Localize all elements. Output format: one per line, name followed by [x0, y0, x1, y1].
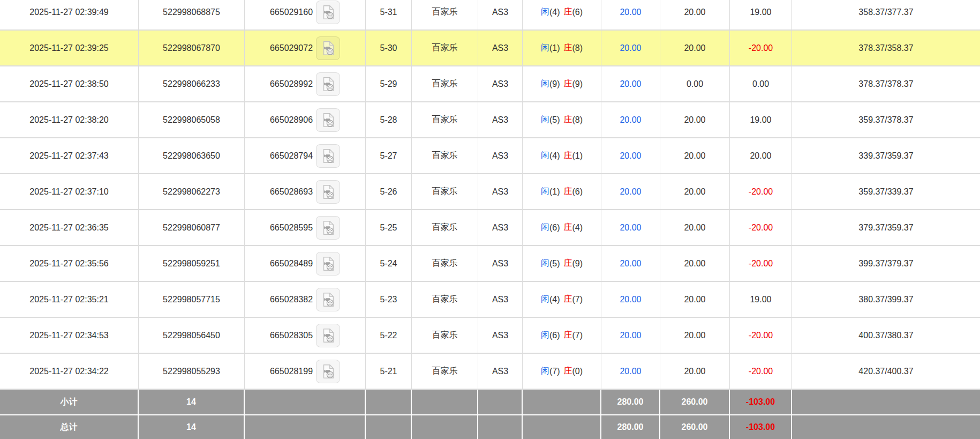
cell-bet-id: 522998068875 — [139, 0, 245, 29]
cell-game-type: 百家乐 — [412, 354, 478, 389]
video-replay-button[interactable] — [316, 108, 340, 132]
cell-round-no: 5-26 — [366, 174, 412, 209]
cell-game-type: 百家乐 — [412, 174, 478, 209]
cell-time: 2025-11-27 02:35:21 — [0, 282, 139, 317]
result-banker-label: 庄 — [564, 150, 572, 161]
table-row[interactable]: 2025-11-27 02:35:21 522998057715 6650283… — [0, 282, 980, 318]
table-row[interactable]: 2025-11-27 02:37:43 522998063650 6650287… — [0, 138, 980, 174]
cell-round-no: 5-21 — [366, 354, 412, 389]
cell-game-type: 百家乐 — [412, 282, 478, 317]
summary-row: 小计 14 280.00 260.00 -103.00 — [0, 390, 980, 414]
video-replay-button[interactable] — [316, 288, 340, 311]
result-player-label: 闲 — [541, 150, 549, 161]
cell-bet-amount[interactable]: 20.00 — [601, 0, 660, 29]
cell-game-type: 百家乐 — [412, 318, 478, 353]
cell-bet-amount[interactable]: 20.00 — [601, 354, 660, 389]
table-row[interactable]: 2025-11-27 02:38:50 522998066233 6650289… — [0, 66, 980, 102]
table-row[interactable]: 2025-11-27 02:39:49 522998068875 6650291… — [0, 0, 980, 31]
result-banker-score: (6) — [572, 187, 583, 197]
cell-win-loss: -20.00 — [730, 174, 792, 209]
cell-round-no: 5-29 — [366, 66, 412, 101]
cell-bet-amount[interactable]: 20.00 — [601, 66, 660, 101]
cell-table-name: AS3 — [478, 210, 523, 245]
video-replay-button[interactable] — [316, 144, 340, 168]
cell-valid-amount: 20.00 — [660, 174, 730, 209]
result-banker-label: 庄 — [564, 222, 572, 233]
table-row[interactable]: 2025-11-27 02:35:56 522998059251 6650284… — [0, 246, 980, 282]
summary-empty-cell — [523, 415, 601, 439]
video-replay-button[interactable] — [316, 180, 340, 204]
cell-bet-amount[interactable]: 20.00 — [601, 174, 660, 209]
cell-bet-amount[interactable]: 20.00 — [601, 318, 660, 353]
table-row[interactable]: 2025-11-27 02:37:10 522998062273 6650286… — [0, 174, 980, 210]
cell-table-name: AS3 — [478, 66, 523, 101]
result-banker-score: (1) — [572, 151, 583, 161]
cell-table-name: AS3 — [478, 282, 523, 317]
cell-time: 2025-11-27 02:38:50 — [0, 66, 139, 101]
result-player-label: 闲 — [541, 78, 549, 90]
cell-balance: 339.37/359.37 — [792, 138, 980, 173]
cell-result: 闲(7)庄(0) — [523, 354, 601, 389]
cell-game-type: 百家乐 — [412, 138, 478, 173]
summary-count: 14 — [139, 390, 245, 414]
cell-bet-id: 522998066233 — [139, 66, 245, 101]
cell-bet-amount[interactable]: 20.00 — [601, 210, 660, 245]
video-replay-icon — [320, 40, 336, 57]
cell-bet-amount[interactable]: 20.00 — [601, 138, 660, 173]
cell-bet-amount[interactable]: 20.00 — [601, 282, 660, 317]
cell-result: 闲(5)庄(8) — [523, 102, 601, 137]
cell-time: 2025-11-27 02:39:49 — [0, 0, 139, 29]
cell-time: 2025-11-27 02:34:22 — [0, 354, 139, 389]
result-banker-label: 庄 — [564, 42, 572, 54]
video-replay-button[interactable] — [316, 360, 340, 383]
video-replay-button[interactable] — [316, 1, 340, 24]
cell-round-no: 5-30 — [366, 31, 412, 65]
cell-round-id: 665028489 — [245, 246, 366, 281]
cell-table-name: AS3 — [478, 138, 523, 173]
video-replay-button[interactable] — [316, 324, 340, 347]
summary-label: 小计 — [0, 390, 139, 414]
result-banker-score: (7) — [572, 295, 583, 304]
cell-balance: 380.37/399.37 — [792, 282, 980, 317]
summary-empty-cell — [366, 415, 412, 439]
result-banker-label: 庄 — [564, 294, 572, 305]
result-player-label: 闲 — [541, 186, 549, 197]
video-replay-icon — [320, 4, 336, 21]
table-row[interactable]: 2025-11-27 02:36:35 522998060877 6650285… — [0, 210, 980, 246]
table-row[interactable]: 2025-11-27 02:34:22 522998055293 6650281… — [0, 354, 980, 390]
result-banker-score: (0) — [572, 367, 583, 376]
round-id-text: 665028693 — [270, 187, 313, 197]
video-replay-icon — [320, 76, 336, 93]
cell-round-id: 665028693 — [245, 174, 366, 209]
video-replay-icon — [320, 183, 336, 200]
summary-empty-cell — [523, 390, 601, 414]
video-replay-button[interactable] — [316, 216, 340, 240]
video-replay-button[interactable] — [316, 72, 340, 96]
round-id-text: 665028992 — [270, 79, 313, 89]
cell-bet-amount[interactable]: 20.00 — [601, 31, 660, 65]
cell-bet-amount[interactable]: 20.00 — [601, 102, 660, 137]
summary-valid-total: 260.00 — [660, 390, 730, 414]
table-row[interactable]: 2025-11-27 02:39:25 522998067870 6650290… — [0, 31, 980, 66]
summary-empty-cell — [412, 415, 478, 439]
summary-count: 14 — [139, 415, 245, 439]
cell-round-id: 665028992 — [245, 66, 366, 101]
table-row[interactable]: 2025-11-27 02:38:20 522998065058 6650289… — [0, 102, 980, 138]
cell-table-name: AS3 — [478, 31, 523, 65]
cell-bet-amount[interactable]: 20.00 — [601, 246, 660, 281]
cell-win-loss: -20.00 — [730, 354, 792, 389]
result-banker-score: (9) — [572, 79, 583, 89]
cell-bet-id: 522998067870 — [139, 31, 245, 65]
result-banker-score: (8) — [572, 115, 583, 125]
video-replay-button[interactable] — [316, 252, 340, 276]
round-id-text: 665028489 — [270, 259, 313, 269]
result-banker-label: 庄 — [564, 366, 572, 377]
video-replay-button[interactable] — [316, 36, 340, 60]
cell-balance: 359.37/378.37 — [792, 102, 980, 137]
cell-balance: 379.37/359.37 — [792, 210, 980, 245]
cell-round-no: 5-24 — [366, 246, 412, 281]
table-row[interactable]: 2025-11-27 02:34:53 522998056450 6650283… — [0, 318, 980, 354]
cell-bet-id: 522998056450 — [139, 318, 245, 353]
cell-game-type: 百家乐 — [412, 66, 478, 101]
cell-bet-id: 522998062273 — [139, 174, 245, 209]
